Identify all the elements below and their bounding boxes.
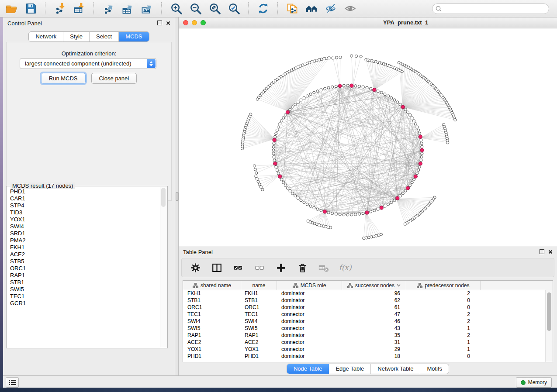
tab-network[interactable]: Network <box>29 32 63 41</box>
import-table-icon[interactable] <box>71 1 87 16</box>
cell: 1 <box>406 339 481 346</box>
mcds-result-item[interactable]: SWI4 <box>7 223 160 230</box>
column-header-successor-nodes[interactable]: successor nodes <box>342 281 406 290</box>
table-toolbar: f(x) <box>181 258 554 277</box>
table-row[interactable]: ORC1ORC1dominator610 <box>183 304 546 311</box>
table-row[interactable]: YOX1YOX1connector291 <box>183 346 546 353</box>
table-panel-title: Table Panel <box>183 249 213 255</box>
mcds-result-item[interactable]: STB5 <box>7 258 160 265</box>
table-row[interactable]: ACE2ACE2connector311 <box>183 339 546 346</box>
float-panel-icon[interactable] <box>157 21 162 25</box>
close-panel-icon[interactable] <box>166 21 170 25</box>
table-row[interactable]: PHD1PHD1dominator180 <box>183 353 546 360</box>
memory-button[interactable]: Memory <box>516 377 552 388</box>
mcds-result-item[interactable]: ACE2 <box>7 251 160 258</box>
maximize-window-icon[interactable] <box>201 20 206 25</box>
tab-edge-table[interactable]: Edge Table <box>329 364 371 374</box>
search-input[interactable] <box>432 3 549 14</box>
save-session-icon[interactable] <box>23 1 38 16</box>
zoom-selected-icon[interactable] <box>226 1 242 16</box>
table-row[interactable]: STB1STB1dominator620 <box>183 297 546 304</box>
search-field-wrap <box>432 3 549 14</box>
table-scrollbar-thumb[interactable] <box>547 292 551 331</box>
cell: 1 <box>406 325 481 332</box>
column-label: MCDS role <box>301 282 326 289</box>
cell: 46 <box>342 318 406 325</box>
column-header-mcds-role[interactable]: MCDS role <box>277 281 342 290</box>
tab-node-table[interactable]: Node Table <box>287 364 329 374</box>
zoom-in-icon[interactable] <box>168 1 184 16</box>
tab-select[interactable]: Select <box>90 32 119 41</box>
column-label: predecessor nodes <box>425 282 469 289</box>
zoom-fit-icon[interactable] <box>207 1 222 16</box>
column-header-predecessor-nodes[interactable]: predecessor nodes <box>406 281 481 290</box>
split-panel-icon[interactable] <box>210 261 223 274</box>
mcds-result-item[interactable]: YOX1 <box>7 216 160 223</box>
show-all-icon[interactable] <box>342 1 358 16</box>
vertical-splitter[interactable] <box>175 17 179 375</box>
cell: FKH1 <box>183 290 241 297</box>
export-network-icon[interactable] <box>100 1 116 16</box>
zoom-out-icon[interactable] <box>187 1 203 16</box>
column-type-icon <box>347 283 353 288</box>
mcds-result-list: PHD1CAR1STP4TID3YOX1SWI4SRD1PMA2FKH1ACE2… <box>7 187 160 347</box>
table-settings-icon[interactable] <box>189 261 202 274</box>
mcds-result-item[interactable]: RAP1 <box>7 272 160 279</box>
close-window-icon[interactable] <box>183 20 188 25</box>
mcds-result-item[interactable]: PMA2 <box>7 237 160 244</box>
network-canvas[interactable] <box>179 28 557 246</box>
open-session-icon[interactable] <box>3 1 19 16</box>
table-row[interactable]: FKH1FKH1dominator962 <box>183 290 546 297</box>
table-row[interactable]: SWI4SWI4dominator462 <box>183 318 546 325</box>
mcds-result-item[interactable]: CAR1 <box>7 195 160 202</box>
close-table-panel-icon[interactable] <box>548 250 553 254</box>
control-panel: Control Panel NetworkStyleSelectMCDS Opt… <box>3 17 175 375</box>
first-neighbors-icon[interactable] <box>304 1 319 16</box>
mcds-result-item[interactable]: GCR1 <box>7 300 160 307</box>
clone-network-icon[interactable] <box>284 1 300 16</box>
splitter-handle-icon[interactable] <box>176 192 179 201</box>
refresh-view-icon[interactable] <box>255 1 271 16</box>
hide-selected-icon[interactable] <box>323 1 339 16</box>
column-filter-icon[interactable] <box>397 284 401 287</box>
export-image-icon[interactable] <box>139 1 155 16</box>
mcds-result-item[interactable]: STB1 <box>7 279 160 286</box>
cell: ORC1 <box>241 304 277 311</box>
column-label: name <box>252 282 265 289</box>
mcds-result-item[interactable]: TEC1 <box>7 293 160 300</box>
mcds-result-item[interactable]: ORC1 <box>7 265 160 272</box>
mcds-result-item[interactable]: SRD1 <box>7 230 160 237</box>
table-row[interactable]: SWI5SWI5connector431 <box>183 325 546 332</box>
add-column-icon[interactable] <box>274 261 287 274</box>
select-all-icon[interactable] <box>232 261 245 274</box>
run-mcds-button[interactable]: Run MCDS <box>41 73 86 84</box>
table-row[interactable]: RAP1RAP1dominator352 <box>183 332 546 339</box>
delete-column-icon[interactable] <box>296 261 309 274</box>
tab-motifs[interactable]: Motifs <box>420 364 449 374</box>
table-row[interactable]: TEC1TEC1connector472 <box>183 311 546 318</box>
control-panel-title-row: Control Panel <box>3 17 175 29</box>
mcds-result-item[interactable]: STP4 <box>7 202 160 209</box>
mcds-result-item[interactable]: SWI5 <box>7 286 160 293</box>
task-history-button[interactable] <box>6 377 19 388</box>
unselect-all-icon[interactable] <box>253 261 266 274</box>
close-panel-button[interactable]: Close panel <box>91 73 137 84</box>
tab-mcds[interactable]: MCDS <box>119 32 149 41</box>
table-scrollbar[interactable] <box>545 290 553 362</box>
column-header-name[interactable]: name <box>241 281 277 290</box>
mcds-result-item[interactable]: TID3 <box>7 209 160 216</box>
mcds-result-item[interactable]: FKH1 <box>7 244 160 251</box>
mcds-result-scrollbar[interactable] <box>160 187 167 347</box>
float-table-panel-icon[interactable] <box>540 249 544 254</box>
cell: dominator <box>277 297 342 304</box>
export-table-icon[interactable] <box>120 1 135 16</box>
tab-style[interactable]: Style <box>63 32 90 41</box>
column-header-shared-name[interactable]: shared name <box>183 281 241 290</box>
optimization-criterion-select[interactable]: largest connected component (undirected) <box>20 58 156 69</box>
tab-network-table[interactable]: Network Table <box>371 364 420 374</box>
mcds-result-item[interactable]: PHD1 <box>7 188 160 195</box>
cell: connector <box>277 325 342 332</box>
import-network-icon[interactable] <box>52 1 68 16</box>
minimize-window-icon[interactable] <box>192 20 197 25</box>
cell: 35 <box>342 332 406 339</box>
